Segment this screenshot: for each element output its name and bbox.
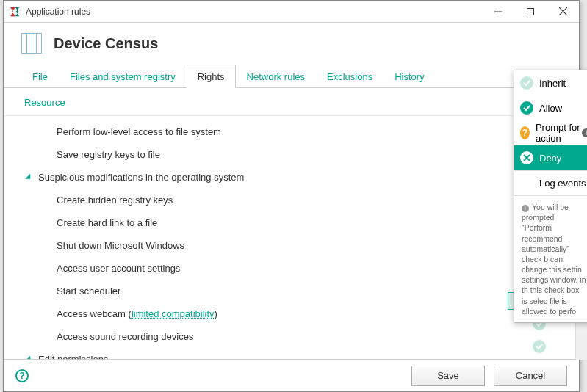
save-button[interactable]: Save bbox=[411, 366, 485, 386]
info-icon[interactable]: i bbox=[582, 128, 587, 137]
rights-tree: Resource Perform low-level access to fil… bbox=[4, 88, 579, 359]
app-rules-window: Application rules Device Census File Fil… bbox=[3, 0, 580, 392]
tree-item[interactable]: Save registry keys to file bbox=[4, 143, 579, 166]
x-icon bbox=[520, 151, 533, 164]
tab-bar: File Files and system registry Rights Ne… bbox=[4, 64, 579, 88]
tree-group[interactable]: Edit permissions bbox=[4, 348, 579, 359]
tree-item[interactable]: Create hidden registry keys bbox=[4, 189, 579, 211]
tree-item[interactable]: Perform low-level access to file system bbox=[4, 120, 579, 143]
menu-inherit[interactable]: Inherit bbox=[514, 70, 587, 95]
tab-history[interactable]: History bbox=[383, 65, 435, 88]
tab-network[interactable]: Network rules bbox=[236, 65, 316, 88]
window-title: Application rules bbox=[26, 7, 90, 17]
menu-prompt[interactable]: ? Prompt for action i bbox=[514, 120, 587, 145]
tree-item[interactable]: Access user account settings bbox=[4, 257, 579, 280]
cancel-button[interactable]: Cancel bbox=[494, 366, 567, 386]
svg-rect-3 bbox=[527, 8, 534, 15]
minimize-button[interactable] bbox=[482, 1, 514, 23]
expand-icon bbox=[25, 355, 33, 359]
expand-icon bbox=[25, 173, 33, 181]
footer: ? Save Cancel bbox=[4, 359, 579, 391]
tab-exclusions[interactable]: Exclusions bbox=[316, 65, 383, 88]
help-button[interactable]: ? bbox=[15, 369, 29, 382]
tree-item[interactable]: Create hard link to a file bbox=[4, 211, 579, 234]
check-icon bbox=[520, 76, 533, 90]
tree-item[interactable]: Start scheduler bbox=[4, 280, 579, 302]
permission-menu: Inherit Allow ? Prompt for action i Deny… bbox=[514, 70, 587, 323]
menu-allow[interactable]: Allow bbox=[514, 95, 587, 120]
kaspersky-icon bbox=[10, 7, 20, 17]
tree-item[interactable]: Access sound recording devices bbox=[4, 325, 579, 348]
app-icon bbox=[21, 33, 42, 54]
check-icon bbox=[520, 101, 533, 115]
info-icon: i bbox=[522, 205, 529, 212]
svg-marker-1 bbox=[15, 7, 19, 15]
tab-files-registry[interactable]: Files and system registry bbox=[59, 65, 187, 88]
tree-item-webcam[interactable]: Access webcam ( limited compatibility ) bbox=[4, 302, 579, 325]
limited-compatibility-link[interactable]: limited compatibility bbox=[132, 308, 215, 319]
close-button[interactable] bbox=[547, 1, 579, 23]
tab-file[interactable]: File bbox=[21, 65, 59, 88]
menu-log-events[interactable]: Log events bbox=[514, 170, 587, 195]
permission-indicator[interactable] bbox=[533, 340, 546, 353]
titlebar: Application rules bbox=[4, 1, 579, 23]
tree-item[interactable]: Shut down Microsoft Windows bbox=[4, 234, 579, 257]
tree-group[interactable]: Suspicious modifications in the operatin… bbox=[4, 166, 579, 189]
content-area: Resource Perform low-level access to fil… bbox=[4, 88, 579, 359]
svg-marker-0 bbox=[10, 7, 15, 15]
menu-deny[interactable]: Deny bbox=[514, 145, 587, 170]
page-title: Device Census bbox=[54, 35, 158, 52]
header: Device Census bbox=[4, 23, 579, 64]
question-icon: ? bbox=[520, 126, 530, 139]
maximize-button[interactable] bbox=[514, 1, 547, 23]
column-header-resource[interactable]: Resource bbox=[4, 95, 579, 116]
tab-rights[interactable]: Rights bbox=[187, 65, 236, 88]
menu-info-text: iYou will be prompted "Perform recommend… bbox=[514, 195, 587, 322]
